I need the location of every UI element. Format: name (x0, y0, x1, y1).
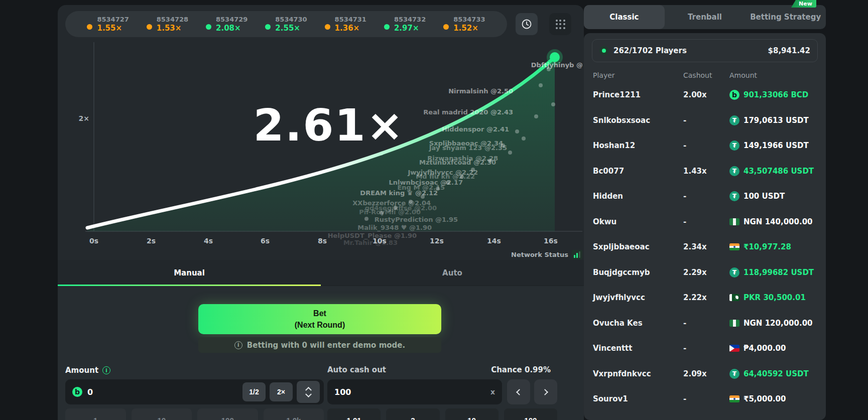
table-row: Sourov1 - ₹5,000.00 (592, 386, 818, 412)
double-amount-button[interactable]: 2× (270, 382, 293, 401)
philippines-flag-icon (729, 345, 739, 352)
nigeria-flag-icon (729, 320, 739, 327)
result-dot-icon (87, 24, 92, 30)
pool-total: $8,941.42 (768, 46, 810, 55)
cashout-label: Dbftjyhinyb @2 (531, 61, 582, 69)
bet-button[interactable]: Bet (Next Round) (198, 304, 441, 334)
quick-multiplier-button[interactable]: 100 (504, 408, 557, 420)
cashout-decrease-button[interactable] (507, 379, 530, 404)
auto-cashout-input[interactable]: 100 x (327, 379, 502, 404)
quick-multiplier-row: 1.01 2 10 100 (327, 408, 557, 420)
half-amount-button[interactable]: 1/2 (242, 382, 266, 401)
tab-betting-strategy[interactable]: Betting Strategy (745, 5, 826, 29)
x-tick: 4s (198, 237, 218, 245)
active-tab-underline (58, 285, 321, 286)
table-row: Bc0077 1.43x ₮ 43,507486 USDT (592, 159, 818, 184)
cashout-label: Jay shyam 123 @2.35 (429, 144, 507, 152)
clock-icon (521, 18, 533, 30)
cashout-label: Pii-RoyMii @2.00 (359, 208, 421, 216)
x-tick: 12s (427, 237, 447, 245)
history-round[interactable]: 85347292.08× (206, 16, 247, 33)
history-round[interactable]: 85347302.55× (265, 16, 307, 33)
history-round[interactable]: 85347281.53× (147, 16, 188, 33)
result-dot-icon (443, 24, 449, 30)
round-summary: 262/1702 Players $8,941.42 (592, 39, 818, 62)
india-flag-icon (729, 395, 739, 402)
table-row: Sxpljbbaeoac 2.34x ₹10,977.28 (592, 234, 818, 260)
x-tick: 0s (84, 237, 104, 245)
players-panel: 262/1702 Players $8,941.42 Player Cashou… (584, 33, 826, 420)
chance-label: Chance 0.99% (491, 365, 551, 374)
usdt-coin-icon: ₮ (729, 141, 739, 151)
quick-amount-button[interactable]: 100 (197, 408, 258, 420)
tab-trenball[interactable]: Trenball (665, 5, 746, 29)
players-count: 262/1702 Players (613, 46, 687, 55)
cashout-label: DREAM king ♛ @2.12 (360, 189, 438, 197)
history-round[interactable]: 85347311.36× (325, 16, 366, 33)
network-bars-icon (572, 250, 582, 259)
amount-stepper[interactable] (297, 381, 320, 403)
network-status-label: Network Status (511, 251, 568, 258)
network-status: Network Status (58, 250, 582, 259)
players-table-header: Player Cashout Amount (592, 62, 818, 82)
round-history-bar: 85347271.55× 85347281.53× 85347292.08× 8… (65, 11, 507, 37)
amount-input[interactable]: b 0 1/2 2× (65, 379, 324, 404)
multiplier-suffix: x (490, 388, 495, 396)
current-multiplier: 2.61× (216, 99, 442, 151)
table-row: Hidden - ₮ 100 USDT (592, 184, 818, 209)
curve-endpoint-dot (550, 52, 560, 62)
cashout-label: HelpUSDT_Please @1.90 (328, 232, 417, 239)
crash-game-page: 85347271.55× 85347281.53× 85347292.08× 8… (0, 0, 868, 420)
cashout-label: Mr.Tahir @1.83 (343, 239, 398, 246)
column-amount: Amount (729, 71, 817, 79)
history-round[interactable]: 85347322.97× (384, 16, 426, 33)
table-row: Okwu - NGN 140,000.00 (592, 209, 818, 235)
history-round[interactable]: 85347271.55× (87, 16, 129, 33)
crash-chart: 2.61× 2× 0s 2s 4s 6s 8s 10s 12s 14s 16s … (65, 40, 582, 256)
india-flag-icon (729, 243, 739, 250)
pakistan-flag-icon (729, 294, 739, 301)
grid-icon (556, 20, 565, 29)
tab-manual[interactable]: Manual (58, 260, 321, 286)
nigeria-flag-icon (729, 218, 739, 225)
usdt-coin-icon: ₮ (729, 267, 739, 277)
table-row: Vincenttt - ₱4,000.00 (592, 336, 818, 361)
chevron-left-icon (516, 389, 523, 395)
y-axis-label: 2× (74, 114, 89, 122)
history-round[interactable]: 85347331.52× (443, 16, 485, 33)
cashout-label: Malik_9348 ♥ @1.90 (357, 224, 432, 231)
cashout-label: Real madrid 2020 @2.43 (423, 108, 513, 116)
bcd-coin-icon: b (729, 90, 739, 100)
live-dot-icon (599, 46, 608, 55)
grid-menu-button[interactable] (549, 13, 571, 35)
usdt-coin-icon: ₮ (729, 166, 739, 176)
cashout-label: Hiddenspor @2.41 (442, 125, 509, 133)
table-row: Ovucha Kes - NGN 120,000.00 (592, 311, 818, 336)
quick-multiplier-button[interactable]: 2 (386, 408, 439, 420)
bcd-coin-icon: b (72, 387, 82, 397)
game-mode-tabs: Classic Trenball Betting Strategy (584, 5, 826, 29)
table-row: Vxrpnfdnkvcc 2.09x ₮ 64,40592 USDT (592, 361, 818, 387)
x-tick: 14s (484, 237, 504, 245)
quick-amount-button[interactable]: 1.0k (264, 408, 324, 420)
step-down-icon (305, 391, 312, 397)
cashout-label: RustyPrediction @1.95 (375, 216, 458, 223)
cashout-increase-button[interactable] (534, 379, 557, 404)
cashout-label: Mztunbxfcoad @2.30 (419, 159, 496, 166)
quick-amount-button[interactable]: 1 (65, 408, 126, 420)
quick-multiplier-button[interactable]: 1.01 (327, 408, 381, 420)
amount-info-icon[interactable]: i (102, 366, 110, 374)
quick-multiplier-button[interactable]: 10 (445, 408, 499, 420)
x-tick: 6s (255, 237, 275, 245)
demo-mode-note: i Betting with 0 will enter demo mode. (198, 337, 441, 353)
quick-amount-button[interactable]: 10 (132, 408, 192, 420)
new-badge: New (791, 0, 816, 8)
history-clock-button[interactable] (516, 13, 538, 35)
tab-auto[interactable]: Auto (321, 260, 584, 286)
game-panel: 85347271.55× 85347281.53× 85347292.08× 8… (58, 5, 584, 420)
chevron-right-icon (542, 389, 548, 395)
tab-classic[interactable]: Classic (584, 5, 665, 29)
auto-cashout-label: Auto cash out (327, 365, 386, 374)
info-icon: i (234, 341, 242, 349)
bet-mode-tabs: Manual Auto (58, 260, 584, 286)
